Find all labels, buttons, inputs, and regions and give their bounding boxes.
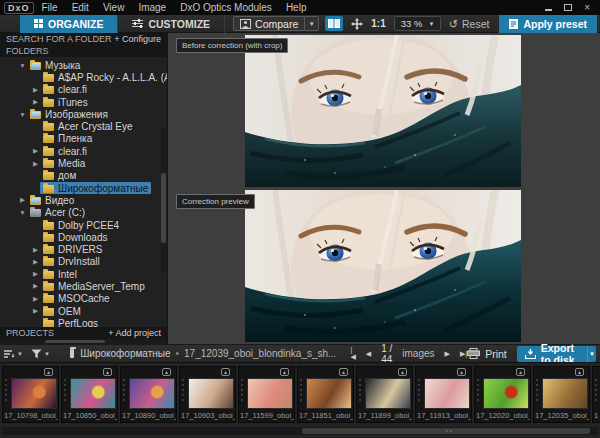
apply-preset-button[interactable]: Apply preset — [499, 15, 597, 33]
rating-dots[interactable] — [595, 379, 597, 401]
thumbnail-image[interactable] — [188, 378, 234, 409]
tree-item-highlight[interactable]: A$AP Rocky - A.L.L.A. (At Long Last A — [40, 71, 167, 83]
minimize-icon[interactable] — [545, 4, 552, 11]
scrollbar-thumb[interactable] — [161, 173, 166, 243]
expander-closed-icon[interactable]: ▶ — [31, 160, 40, 168]
tree-item-highlight[interactable]: Intel — [40, 268, 80, 280]
rating-dots[interactable] — [182, 379, 184, 401]
expander-open-icon[interactable]: ▼ — [18, 209, 27, 216]
thumbnail-cell[interactable]: ▲17_11599_oboi_se... — [238, 366, 295, 423]
rating-dots[interactable] — [64, 379, 66, 401]
scrollbar-thumb[interactable] — [45, 340, 105, 343]
tree-item[interactable]: ▶iTunes — [0, 96, 167, 108]
tree-item[interactable]: ▼Изображения — [0, 108, 167, 120]
expander-closed-icon[interactable]: ▶ — [31, 147, 40, 155]
export-dropdown[interactable]: ▼ — [587, 346, 596, 362]
thumbnail-cell[interactable]: ▲17_11851_oboi_ryc... — [297, 366, 354, 423]
tree-item[interactable]: Dolby PCEE4 — [0, 219, 167, 231]
tree-item-highlight[interactable]: Downloads — [40, 231, 110, 243]
tab-customize[interactable]: CUSTOMIZE — [117, 15, 225, 33]
tree-item-highlight[interactable]: iTunes — [40, 96, 91, 108]
filter-button[interactable]: ▼ — [31, 349, 50, 359]
tree-item[interactable]: ▶Intel — [0, 268, 167, 280]
thumbnail-cell[interactable]: ▲17_10890_oboi_no... — [120, 366, 177, 423]
thumbnail-cell[interactable]: ▲17_12035_oboi_kra... — [533, 366, 590, 423]
thumbnail-image[interactable] — [306, 378, 352, 409]
first-image-button[interactable]: |◀ — [350, 346, 355, 361]
tree-item[interactable]: Downloads — [0, 231, 167, 243]
current-file-label[interactable]: 17_12039_oboi_blondinka_s_sh... — [184, 348, 336, 359]
expander-open-icon[interactable]: ▼ — [18, 111, 27, 118]
menu-item[interactable]: Help — [286, 2, 307, 13]
expander-closed-icon[interactable]: ▶ — [31, 295, 40, 303]
rating-dots[interactable] — [477, 379, 479, 401]
tree-item[interactable]: PerfLogs — [0, 317, 167, 327]
zoom-1to1-button[interactable]: 1:1 — [371, 18, 385, 29]
tree-item[interactable]: Широкоформатные — [0, 182, 167, 194]
menu-item[interactable]: Image — [138, 2, 166, 13]
thumbnail-image[interactable] — [365, 378, 411, 409]
close-icon[interactable]: × — [584, 3, 590, 13]
next-image-button[interactable]: ▶ — [445, 350, 450, 358]
tree-item-highlight[interactable]: дом — [40, 170, 79, 182]
tree-item[interactable]: ▶OEM — [0, 305, 167, 317]
reset-button[interactable]: ↺ Reset — [449, 18, 490, 30]
last-image-button[interactable]: ▶| — [460, 350, 467, 358]
thumbnail-image[interactable] — [542, 378, 588, 409]
add-project-button[interactable]: + Add project — [108, 328, 161, 338]
zoom-level-select[interactable]: 33 % ▼ — [394, 16, 442, 31]
tree-item-highlight[interactable]: Изображения — [27, 108, 111, 120]
current-folder-label[interactable]: Широкоформатные — [80, 348, 170, 359]
compare-button[interactable]: Compare — [233, 16, 305, 31]
tree-item[interactable]: дом — [0, 170, 167, 182]
tree-item[interactable]: ▶MediaServer_Temp — [0, 280, 167, 292]
tree-item-highlight[interactable]: clear.fi — [40, 84, 90, 96]
previous-image-button[interactable]: ◀ — [366, 350, 371, 358]
tab-organize[interactable]: ORGANIZE — [20, 15, 117, 33]
expander-closed-icon[interactable]: ▶ — [31, 258, 40, 266]
tree-item[interactable]: ▶MSOCache — [0, 293, 167, 305]
correction-preview-image[interactable] — [245, 190, 521, 342]
tree-item[interactable]: ▶clear.fi — [0, 145, 167, 157]
expander-closed-icon[interactable]: ▶ — [31, 246, 40, 254]
tree-item-highlight[interactable]: DRIVERS — [40, 244, 105, 256]
rating-dots[interactable] — [359, 379, 361, 401]
tree-item-highlight[interactable]: Acer Crystal Eye — [40, 121, 135, 133]
expander-closed-icon[interactable]: ▶ — [18, 196, 27, 204]
thumbnail-cell[interactable]: ▲1 — [592, 366, 600, 423]
thumbnail-cell[interactable]: ▲17_10798_oboi_pe... — [2, 366, 59, 423]
expander-closed-icon[interactable]: ▶ — [31, 282, 40, 290]
split-view-button[interactable] — [325, 16, 343, 31]
tree-item-highlight[interactable]: Видео — [27, 194, 77, 206]
rating-dots[interactable] — [123, 379, 125, 401]
tree-item[interactable]: ▶DrvInstall — [0, 256, 167, 268]
tree-item-highlight[interactable]: Пленка — [40, 133, 95, 145]
expander-closed-icon[interactable]: ▶ — [31, 270, 40, 278]
expander-open-icon[interactable]: ▼ — [18, 62, 27, 69]
print-button[interactable]: Print — [467, 348, 507, 360]
tree-item-highlight[interactable]: Музыка — [27, 59, 83, 71]
menu-item[interactable]: DxO Optics Modules — [180, 2, 272, 13]
tree-item-highlight[interactable]: MSOCache — [40, 293, 113, 305]
menu-item[interactable]: View — [103, 2, 125, 13]
tree-item[interactable]: ▶Видео — [0, 194, 167, 206]
thumbnail-cell[interactable]: ▲17_10903_oboi_si... — [179, 366, 236, 423]
tree-item-highlight[interactable]: PerfLogs — [40, 317, 101, 327]
expander-closed-icon[interactable]: ▶ — [31, 98, 40, 106]
tree-item-highlight[interactable]: OEM — [40, 305, 84, 317]
tree-item[interactable]: Пленка — [0, 133, 167, 145]
tree-item[interactable]: ▼Музыка — [0, 59, 167, 71]
tree-item[interactable]: Acer Crystal Eye — [0, 120, 167, 132]
tree-item[interactable]: ▶Media — [0, 157, 167, 169]
rating-dots[interactable] — [300, 379, 302, 401]
rating-dots[interactable] — [536, 379, 538, 401]
export-to-disk-button[interactable]: Export to disk ▼ — [517, 346, 596, 362]
tree-vertical-scrollbar[interactable] — [161, 128, 166, 273]
menu-item[interactable]: Edit — [72, 2, 89, 13]
scrollbar-thumb[interactable] — [302, 428, 590, 434]
thumbnail-cell[interactable]: ▲17_12020_oboi_bo... — [474, 366, 531, 423]
thumbnail-image[interactable] — [11, 378, 57, 409]
tree-item-highlight[interactable]: Dolby PCEE4 — [40, 219, 122, 231]
rating-dots[interactable] — [241, 379, 243, 401]
pan-tool-button[interactable] — [349, 16, 365, 31]
